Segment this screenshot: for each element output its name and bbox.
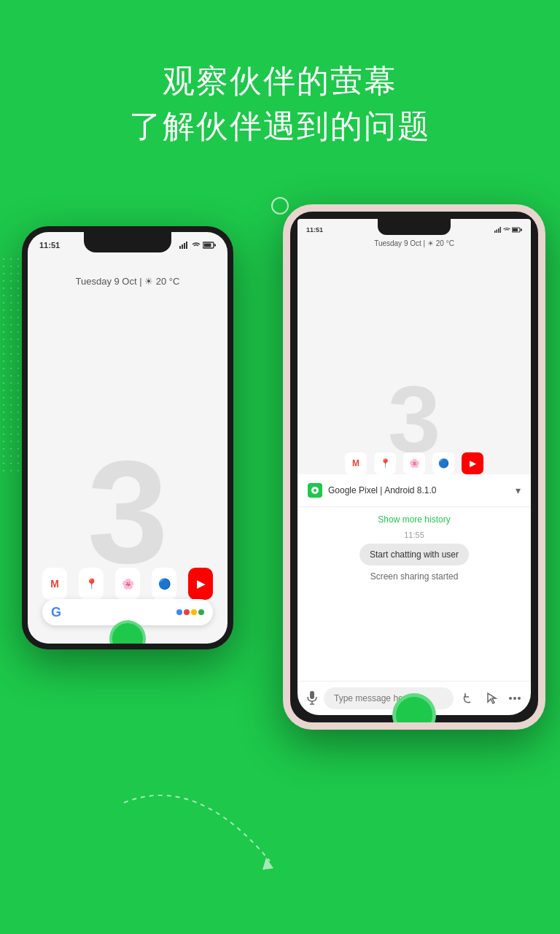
microphone-button[interactable] [306, 688, 318, 709]
undo-button[interactable] [459, 690, 477, 707]
show-more-history[interactable]: Show more history [308, 514, 521, 525]
header-line2: 了解伙伴遇到的问题 [0, 104, 560, 149]
svg-rect-9 [497, 230, 498, 234]
mirror-maps-icon: 📍 [374, 452, 396, 474]
screen-sharing-event: Screen sharing started [308, 571, 521, 582]
phone-left-big-number: 3 [87, 439, 168, 585]
chat-bubble: Start chatting with user [359, 544, 469, 566]
svg-rect-1 [182, 244, 183, 249]
svg-rect-6 [214, 244, 216, 247]
mirror-battery-icon [512, 227, 522, 233]
header-line1: 观察伙伴的萤幕 [0, 58, 560, 104]
undo-icon [462, 692, 475, 705]
mirror-date-weather: Tuesday 9 Oct | ☀ 20 °C [298, 239, 531, 247]
mirror-gmail-icon: M [345, 452, 367, 474]
phone-left-notch [84, 232, 171, 252]
svg-point-16 [314, 489, 316, 492]
pixel-logo [311, 486, 319, 495]
svg-point-21 [513, 697, 516, 700]
curved-dashed-arrow [117, 788, 277, 876]
svg-rect-0 [179, 246, 181, 249]
device-icon [308, 483, 322, 498]
mirrored-screen: 11:51 [298, 219, 531, 496]
signal-icon [179, 242, 190, 249]
chat-header: Google Pixel | Android 8.1.0 ▾ [298, 474, 531, 507]
mirror-notch [378, 219, 451, 235]
phone-left-content: Tuesday 9 Oct | ☀ 20 °C 3 M 📍 🌸 🔵 [28, 254, 228, 644]
chrome-icon: 🔵 [152, 568, 176, 600]
svg-rect-11 [500, 227, 502, 233]
maps-icon: 📍 [79, 568, 104, 600]
mirror-photos-icon: 🌸 [403, 452, 425, 474]
phone-right-frame: 11:51 [283, 204, 545, 730]
phone-left-app-icons: M 📍 🌸 🔵 ▶ [28, 568, 228, 600]
svg-rect-17 [310, 691, 314, 699]
mirror-app-icons: M 📍 🌸 🔵 ▶ [298, 452, 531, 474]
header-section: 观察伙伴的萤幕 了解伙伴遇到的问题 [0, 58, 560, 148]
phone-left: 11:51 [22, 226, 233, 649]
wifi-icon [192, 242, 201, 249]
microphone-icon [306, 691, 318, 706]
chat-panel: Google Pixel | Android 8.1.0 ▾ Show more… [298, 474, 531, 715]
svg-rect-13 [513, 228, 518, 231]
svg-rect-14 [521, 229, 522, 231]
svg-rect-5 [204, 244, 211, 247]
google-g-logo: G [51, 605, 61, 620]
phone-right: 11:51 [283, 204, 545, 730]
battery-icon [203, 242, 216, 249]
cursor-icon [485, 692, 498, 705]
phone-left-screen: 11:51 [28, 232, 228, 644]
device-label: Google Pixel | Android 8.1.0 [328, 485, 516, 495]
action-buttons [459, 690, 524, 707]
svg-rect-3 [186, 242, 187, 249]
phone-left-status-icons [179, 242, 216, 249]
phone-left-frame: 11:51 [22, 226, 233, 649]
youtube-icon: ▶ [188, 568, 213, 600]
more-dots-icon [508, 696, 521, 700]
chat-body: Show more history 11:55 Start chatting w… [298, 507, 531, 681]
mirror-chrome-icon: 🔵 [432, 452, 454, 474]
mirror-wifi-icon [503, 227, 510, 233]
gmail-icon: M [42, 568, 67, 600]
google-assistant-dots [176, 609, 204, 615]
more-options-button[interactable] [506, 690, 524, 707]
mirror-youtube-icon: ▶ [462, 452, 483, 474]
svg-rect-10 [498, 228, 499, 233]
svg-point-22 [518, 697, 521, 700]
chevron-down-icon[interactable]: ▾ [516, 485, 521, 496]
phone-left-date: Tuesday 9 Oct | ☀ 20 °C [28, 276, 228, 287]
photos-icon: 🌸 [115, 568, 140, 600]
chat-timestamp: 11:55 [308, 530, 521, 539]
mirror-signal-icon [494, 227, 502, 233]
cursor-button[interactable] [483, 690, 500, 707]
svg-rect-8 [494, 231, 496, 233]
svg-point-20 [509, 697, 512, 700]
svg-rect-2 [184, 243, 185, 249]
phone-left-time: 11:51 [39, 241, 60, 250]
phone-right-screen: 11:51 [290, 212, 538, 722]
mirror-time: 11:51 [306, 226, 323, 234]
